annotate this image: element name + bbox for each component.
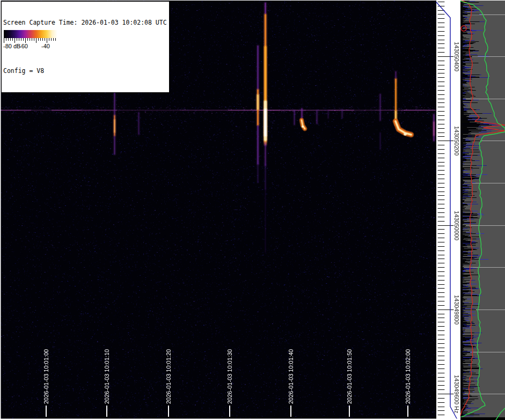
time-axis-label: 2026-01-03 10:01:50: [346, 349, 353, 404]
time-axis-label: 2026-01-03 10:02:00: [405, 349, 411, 404]
capture-time-text: Screen Capture Time: 2026-01-03 10:02:08…: [3, 19, 167, 27]
time-axis-label: 2026-01-03 10:01:30: [226, 349, 233, 404]
screen-capture-root: Screen Capture Time: 2026-01-03 10:02:08…: [0, 0, 505, 420]
frequency-axis-label: 143049800: [453, 295, 460, 325]
frequency-axis-label: 143050000: [453, 211, 460, 240]
time-axis-tick: [168, 406, 169, 417]
time-axis-label: 2026-01-03 10:01:20: [165, 349, 172, 404]
frequency-axis-label: 143050200: [453, 126, 460, 156]
time-axis-tick: [349, 406, 350, 417]
color-scale-legend: -80 dB -60 -40: [3, 29, 58, 52]
color-scale-gradient: [4, 30, 57, 38]
time-axis-tick: [407, 406, 408, 417]
color-scale-label-max: -40: [41, 43, 50, 49]
time-axis-tick: [290, 406, 291, 417]
color-scale-label-min: -80 dB: [3, 43, 20, 49]
time-axis-tick: [229, 406, 230, 417]
time-axis-tick: [106, 406, 107, 417]
time-axis-label: 2026-01-03 10:01:40: [288, 349, 294, 404]
color-scale-label-mid: -60: [19, 43, 28, 49]
color-scale-ticks: [4, 38, 57, 43]
frequency-axis-label: 143050400: [453, 42, 460, 71]
time-axis-label: 2026-01-03 10:01:00: [43, 349, 49, 404]
capture-config-text: Config = V8: [3, 67, 167, 75]
time-axis-tick: [46, 406, 47, 417]
time-axis-label: 2026-01-03 10:01:10: [104, 349, 110, 404]
frequency-axis-label: 143049600 Hz: [453, 375, 460, 414]
color-scale-labels: -80 dB -60 -40: [3, 43, 58, 50]
